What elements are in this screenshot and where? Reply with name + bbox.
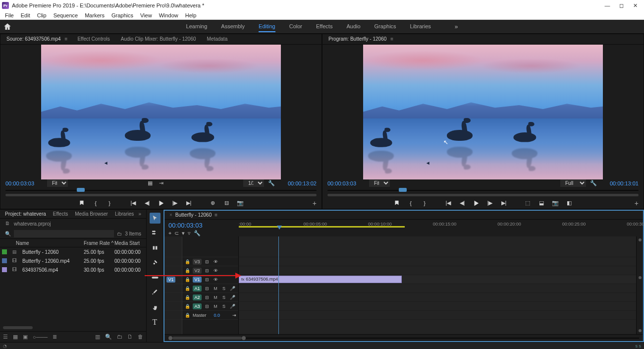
hand-tool[interactable] (150, 302, 161, 313)
header-frame-rate[interactable]: Frame Rate ^ (84, 240, 114, 246)
tab-program[interactable]: Program: Butterfly - 12060 (327, 34, 387, 44)
tab-media-browser[interactable]: Media Browser (75, 211, 108, 217)
track-header-v3[interactable]: 🔒 V3 ⊟ 👁 (182, 257, 238, 266)
workspace-graphics[interactable]: Graphics (375, 21, 396, 32)
mark-out-button[interactable]: } (105, 199, 114, 208)
lock-icon[interactable]: 🔒 (184, 295, 190, 300)
go-to-out-button[interactable]: ▶| (499, 199, 508, 208)
sync-lock-icon[interactable]: ⊟ (204, 277, 210, 282)
export-frame-button[interactable]: 📷 (551, 199, 560, 208)
tab-program-menu-icon[interactable]: ≡ (390, 36, 393, 42)
timeline-ruler[interactable]: :00:00 00:00:05:00 00:00:10:00 00:00:15:… (239, 220, 643, 236)
mark-out-button[interactable]: } (420, 199, 429, 208)
sync-lock-icon[interactable]: ⊟ (204, 259, 210, 264)
sync-lock-icon[interactable]: ⊟ (204, 286, 210, 291)
header-name[interactable]: Name (14, 240, 84, 246)
new-item-icon[interactable]: 🗋 (127, 334, 133, 340)
tab-audio-clip-mixer[interactable]: Audio Clip Mixer: Butterfly - 12060 (120, 34, 197, 44)
solo-button[interactable]: S (221, 304, 227, 309)
solo-button[interactable]: S (221, 295, 227, 300)
close-sequence-icon[interactable]: × (169, 212, 172, 218)
safe-margins-icon[interactable]: ▦ (147, 180, 154, 187)
source-timecode-duration[interactable]: 00:00:13:02 (279, 180, 317, 186)
automate-to-sequence-icon[interactable]: ▥ (95, 334, 100, 340)
track-header-a2[interactable]: 🔒 A2 ⊟ M S 🎤 (182, 293, 238, 302)
wrench-icon[interactable]: 🔧 (590, 180, 597, 187)
timeline-settings-icon[interactable]: ▿ (188, 230, 191, 236)
track-output-icon[interactable]: 👁 (213, 268, 218, 273)
source-scrub-bar[interactable] (5, 187, 317, 193)
search-icon[interactable]: 🔍 (5, 231, 11, 236)
zoom-slider[interactable]: ○─── (33, 334, 48, 340)
workspace-effects[interactable]: Effects (316, 21, 332, 32)
track-a1[interactable] (239, 284, 636, 293)
lock-icon[interactable]: 🔒 (184, 286, 190, 291)
menu-markers[interactable]: Markers (82, 12, 107, 19)
track-v1[interactable]: fx634937506.mp4 (239, 275, 636, 284)
lock-icon[interactable]: 🔒 (184, 277, 190, 282)
master-level[interactable]: 0.0 (214, 313, 220, 318)
tab-libraries[interactable]: Libraries (115, 211, 134, 217)
project-hscroll[interactable] (3, 326, 33, 329)
add-marker-icon[interactable]: ▾ (182, 230, 185, 236)
export-frame-button[interactable]: 📷 (236, 199, 245, 208)
mark-in-button[interactable]: { (406, 199, 415, 208)
solo-button[interactable]: S (221, 286, 227, 291)
comparison-view-button[interactable]: ◧ (565, 199, 574, 208)
step-forward-button[interactable]: |▶ (170, 199, 179, 208)
delete-icon[interactable]: 🗑 (138, 334, 143, 340)
wrench-icon[interactable]: 🔧 (268, 180, 275, 187)
voiceover-icon[interactable]: 🎤 (229, 295, 235, 300)
expand-icon[interactable]: ⇥ (232, 313, 236, 318)
track-v2[interactable] (239, 266, 636, 275)
track-header-a3[interactable]: 🔒 A3 ⊟ M S 🎤 (182, 302, 238, 311)
source-viewer[interactable]: ◄ (0, 45, 322, 179)
insert-button[interactable]: ⊕ (208, 199, 217, 208)
maximize-button[interactable]: ◻ (614, 1, 628, 10)
menu-view[interactable]: View (137, 12, 155, 19)
close-button[interactable]: ✕ (628, 1, 642, 10)
track-header-v1[interactable]: 🔒 V1 ⊟ 👁 (182, 275, 238, 284)
play-button[interactable] (472, 199, 481, 208)
tab-effect-controls[interactable]: Effect Controls (76, 34, 110, 44)
timeline-tracks[interactable]: fx634937506.mp4 (239, 236, 636, 334)
ripple-edit-tool[interactable] (150, 242, 161, 253)
menu-file[interactable]: File (2, 12, 17, 19)
timeline-vscroll[interactable] (636, 236, 643, 334)
track-select-tool[interactable] (150, 228, 161, 238)
video-clip[interactable]: fx634937506.mp4 (239, 276, 402, 283)
header-media-start[interactable]: Media Start (114, 240, 144, 246)
playhead-icon[interactable] (277, 226, 282, 230)
work-area-bar[interactable] (239, 226, 405, 228)
minimize-button[interactable]: — (600, 1, 614, 10)
step-back-button[interactable]: ◀| (143, 199, 152, 208)
linked-selection-icon[interactable]: ⊂ (174, 230, 179, 236)
source-zoom-select[interactable]: Fit (47, 179, 68, 187)
source-scrub-handle[interactable] (77, 188, 85, 192)
sync-lock-icon[interactable]: ⊟ (204, 295, 210, 300)
workspace-assembly[interactable]: Assembly (221, 21, 245, 32)
tab-project[interactable]: Project: whatevera (5, 211, 46, 217)
program-zoom-select[interactable]: Fit (369, 179, 390, 187)
tab-source[interactable]: Source: 634937506.mp4 (5, 34, 62, 44)
freeform-view-icon[interactable]: ▣ (23, 334, 28, 340)
mute-button[interactable]: M (213, 295, 218, 300)
track-header-master[interactable]: 🔒 Master 0.0 ⇥ (182, 311, 238, 320)
overwrite-button[interactable]: ⊟ (222, 199, 231, 208)
mute-button[interactable]: M (213, 286, 218, 291)
source-resolution-select[interactable]: 1/2 (243, 179, 264, 187)
lock-icon[interactable]: 🔒 (184, 259, 190, 264)
go-to-in-button[interactable]: |◀ (444, 199, 453, 208)
sequence-tab-menu-icon[interactable]: ≡ (215, 212, 217, 218)
workspace-audio[interactable]: Audio (346, 21, 360, 32)
lock-icon[interactable]: 🔒 (184, 268, 190, 273)
list-item[interactable]: 🎞634937506.mp4 30.00 fps 00:00:00:00 (0, 265, 146, 274)
playhead-line[interactable] (278, 236, 279, 334)
workspace-color[interactable]: Color (289, 21, 302, 32)
menu-graphics[interactable]: Graphics (108, 12, 136, 19)
workspace-overflow-icon[interactable]: » (455, 21, 458, 32)
timeline-zoom-bar[interactable] (168, 336, 639, 340)
track-header-a1[interactable]: 🔒 A1 ⊟ M S 🎤 (182, 284, 238, 293)
slip-tool[interactable] (150, 272, 161, 283)
add-button-editor-icon[interactable]: + (313, 199, 317, 207)
